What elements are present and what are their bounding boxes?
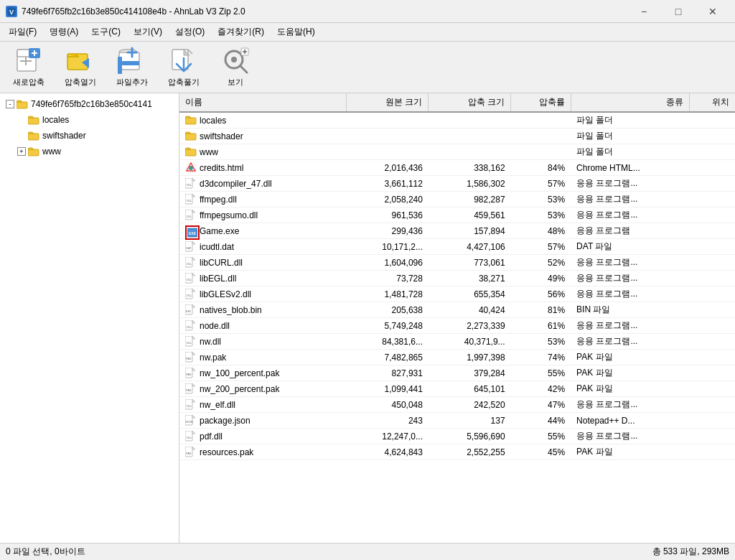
- file-name-4: d3dcompiler_47.dll: [200, 179, 272, 189]
- table-row[interactable]: PAKresources.pak4,624,8432,552,25545%PAK…: [179, 444, 735, 460]
- table-row[interactable]: PAKnw.pak7,482,8651,997,39874%PAK 파일: [179, 350, 735, 365]
- tree-root[interactable]: - 749fe6f765fb2c16b3e850c4141: [0, 96, 179, 112]
- file-name-cell-6: DLLffmpegsumo.dll: [179, 207, 346, 223]
- file-icon-18: DLL: [185, 399, 197, 411]
- file-cell-19-1: 137: [429, 413, 511, 429]
- table-row[interactable]: swiftshader파일 폴더: [179, 129, 735, 144]
- tree-item-0[interactable]: locales: [0, 112, 179, 128]
- tree-expand-root[interactable]: -: [6, 100, 14, 108]
- table-row[interactable]: DLLnode.dll5,749,2482,273,33961%응용 프로그램.…: [179, 318, 735, 334]
- table-row[interactable]: PAKnw_100_percent.pak827,931379,28455%PA…: [179, 365, 735, 381]
- file-name-3: credits.html: [200, 163, 243, 173]
- app-icon: V: [6, 6, 17, 17]
- file-icon-6: DLL: [185, 210, 197, 221]
- col-header-0[interactable]: 이름: [179, 93, 346, 112]
- file-name-cell-8: DATicudtl.dat: [179, 239, 346, 255]
- toolbar-btn-3[interactable]: 압축풀기: [161, 45, 207, 90]
- table-row[interactable]: DLLpdf.dll12,247,0...5,596,69055%응용 프로그램…: [179, 429, 735, 444]
- table-row[interactable]: locales파일 폴더: [179, 112, 735, 129]
- table-row[interactable]: PAKnw_200_percent.pak1,099,441645,10142%…: [179, 381, 735, 397]
- table-row[interactable]: BINnatives_blob.bin205,63840,42481%BIN 파…: [179, 302, 735, 318]
- table-row[interactable]: DLLlibEGL.dll73,72838,27149%응용 프로그램...: [179, 271, 735, 286]
- file-cell-1-2: [511, 129, 571, 144]
- toolbar-btn-1[interactable]: 압축열기: [57, 45, 103, 90]
- file-name-cell-20: DLLpdf.dll: [179, 429, 346, 444]
- file-icon-5: DLL: [185, 194, 197, 205]
- file-name-cell-12: BINnatives_blob.bin: [179, 302, 346, 318]
- file-name-0: locales: [200, 116, 226, 126]
- toolbar-btn-0[interactable]: 새로압축: [6, 45, 52, 90]
- table-row[interactable]: www파일 폴더: [179, 144, 735, 160]
- col-header-2[interactable]: 압축 크기: [429, 93, 511, 112]
- col-header-3[interactable]: 압축률: [511, 93, 571, 112]
- table-row[interactable]: DLLnw_elf.dll450,048242,52047%응용 프로그램...: [179, 397, 735, 413]
- file-name-19: package.json: [200, 416, 251, 426]
- file-cell-3-0: 2,016,436: [346, 160, 429, 176]
- table-row[interactable]: DLLnw.dll84,381,6...40,371,9...53%응용 프로그…: [179, 334, 735, 350]
- svg-text:PAK: PAK: [186, 373, 192, 376]
- title-bar: V 749fe6f765fb2c16b3e850c414108e4b - Ahn…: [0, 0, 735, 23]
- file-name-5: ffmpeg.dll: [200, 195, 237, 205]
- file-cell-9-3: 응용 프로그램...: [571, 255, 689, 271]
- tree-item-1[interactable]: swiftshader: [0, 128, 179, 144]
- file-name-16: nw_100_percent.pak: [200, 368, 279, 378]
- table-row[interactable]: DATicudtl.dat10,171,2...4,427,10657%DAT …: [179, 239, 735, 255]
- table-row[interactable]: DLLd3dcompiler_47.dll3,661,1121,586,3025…: [179, 176, 735, 192]
- minimize-button[interactable]: −: [627, 2, 660, 21]
- close-button[interactable]: ✕: [696, 2, 729, 21]
- file-cell-7-0: 299,436: [346, 223, 429, 239]
- file-cell-5-0: 2,058,240: [346, 192, 429, 207]
- svg-rect-11: [118, 57, 122, 74]
- file-name-cell-7: EXEGame.exe: [179, 223, 346, 239]
- menu-item-F[interactable]: 파일(F): [3, 24, 42, 40]
- toolbar-btn-2[interactable]: 파일추가: [109, 45, 155, 90]
- toolbar-btn-4[interactable]: 보기: [212, 45, 258, 90]
- menu-item-C[interactable]: 도구(C): [85, 24, 126, 40]
- table-row[interactable]: EXEGame.exe299,436157,89448%응용 프로그램: [179, 223, 735, 239]
- file-icon-8: DAT: [185, 241, 197, 253]
- col-header-1[interactable]: 원본 크기: [346, 93, 429, 112]
- menu-item-H[interactable]: 도움말(H): [271, 24, 321, 40]
- status-bar: 0 파일 선택, 0바이트 총 533 파일, 293MB: [0, 543, 735, 560]
- table-row[interactable]: DLLlibGLESv2.dll1,481,728655,35456%응용 프로…: [179, 286, 735, 302]
- toolbar-label-2: 파일추가: [116, 77, 148, 88]
- svg-text:BIN: BIN: [186, 309, 191, 313]
- table-row[interactable]: DLLffmpegsumo.dll961,536459,56153%응용 프로그…: [179, 207, 735, 223]
- file-name-7: Game.exe: [200, 226, 239, 236]
- file-cell-2-4: [689, 144, 735, 160]
- file-name-cell-13: DLLnode.dll: [179, 318, 346, 334]
- table-row[interactable]: DLLlibCURL.dll1,604,096773,06152%응용 프로그램…: [179, 255, 735, 271]
- maximize-button[interactable]: □: [662, 2, 695, 21]
- tree-expand-2[interactable]: +: [17, 147, 26, 156]
- file-cell-16-4: [689, 365, 735, 381]
- new-archive-icon: [14, 47, 43, 74]
- file-name-21: resources.pak: [200, 447, 253, 457]
- menu-item-O[interactable]: 설정(O): [169, 24, 210, 40]
- file-name-cell-5: DLLffmpeg.dll: [179, 192, 346, 207]
- file-icon-9: DLL: [185, 257, 197, 269]
- file-cell-3-2: 84%: [511, 160, 571, 176]
- file-cell-13-2: 61%: [511, 318, 571, 334]
- file-icon-11: DLL: [185, 289, 197, 300]
- table-row[interactable]: JSONpackage.json24313744%Notepad++ D...: [179, 413, 735, 429]
- file-cell-7-2: 48%: [511, 223, 571, 239]
- table-row[interactable]: DLLffmpeg.dll2,058,240982,28753%응용 프로그램.…: [179, 192, 735, 207]
- file-cell-13-1: 2,273,339: [429, 318, 511, 334]
- menu-item-V[interactable]: 보기(V): [128, 24, 168, 40]
- col-header-4[interactable]: 종류: [571, 93, 689, 112]
- file-cell-14-4: [689, 334, 735, 350]
- file-cell-15-1: 1,997,398: [429, 350, 511, 365]
- table-row[interactable]: credits.html2,016,436338,16284%Chrome HT…: [179, 160, 735, 176]
- tree-item-label-1: swiftshader: [42, 131, 86, 141]
- file-cell-14-3: 응용 프로그램...: [571, 334, 689, 350]
- tree-item-2[interactable]: + www: [0, 144, 179, 159]
- svg-rect-23: [28, 134, 39, 140]
- file-cell-0-2: [511, 112, 571, 129]
- menu-item-R[interactable]: 즐겨찾기(R): [212, 24, 270, 40]
- menu-item-A[interactable]: 명령(A): [44, 24, 84, 40]
- col-header-5[interactable]: 위치: [689, 93, 735, 112]
- tree-item-label-2: www: [42, 146, 61, 157]
- file-cell-20-1: 5,596,690: [429, 429, 511, 444]
- file-cell-17-1: 645,101: [429, 381, 511, 397]
- file-name-11: libGLESv2.dll: [200, 289, 251, 299]
